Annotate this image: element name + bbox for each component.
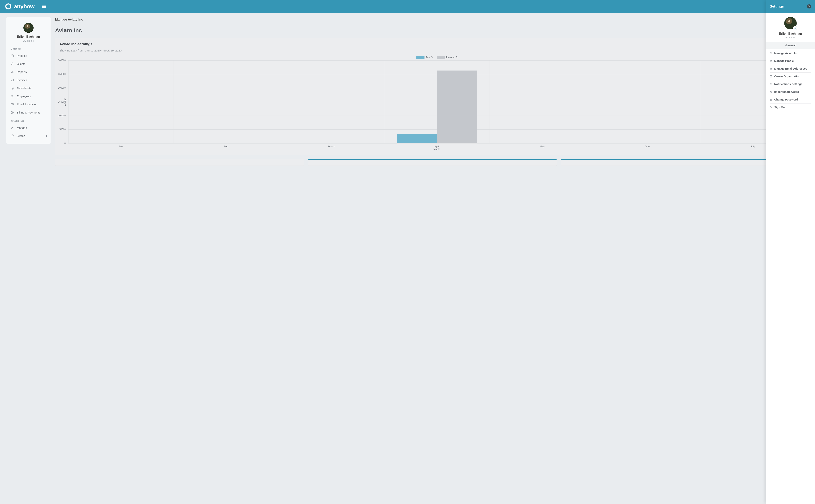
sidebar-item-reports[interactable]: Reports	[6, 68, 51, 76]
edit-avatar-icon[interactable]	[793, 26, 797, 30]
xtick-label: March	[279, 145, 384, 148]
settings-panel: Settings Erlich Bachman Aviato Inc Gener…	[766, 0, 815, 504]
chart-column: Jan.	[68, 60, 173, 143]
dollar-icon	[11, 111, 14, 114]
sidebar-item-label: Reports	[17, 70, 27, 74]
sidebar-item-billing-payments[interactable]: Billing & Payments	[6, 108, 51, 117]
settings-item-label: Notifications Settings	[774, 83, 802, 86]
settings-item-label: Manage Aviato Inc	[774, 52, 798, 55]
lock-icon	[770, 98, 772, 101]
earnings-card: Aviato Inc earnings Showing Data from: J…	[55, 38, 810, 155]
mail-icon	[770, 67, 772, 70]
sidebar-item-invoices[interactable]: Invoices	[6, 76, 51, 84]
settings-item-change-password[interactable]: Change Password	[770, 96, 811, 104]
settings-header: Settings	[766, 0, 815, 13]
sidebar-item-label: Billing & Payments	[17, 111, 40, 114]
sidebar-user-name: Erlich Bachman	[6, 35, 51, 38]
sidebar-item-label: Invoices	[17, 78, 27, 82]
sidebar-user-org: Aviato Inc	[6, 40, 51, 42]
signout-icon	[770, 106, 772, 109]
chart-column: April	[384, 60, 490, 143]
sidebar-item-label: Employees	[17, 95, 31, 98]
settings-item-label: Create Organization	[774, 75, 800, 78]
person-icon	[770, 60, 772, 62]
bottom-panel-1	[55, 159, 304, 166]
settings-item-label: Manage Email Addresses	[774, 67, 807, 70]
chart-column: Feb.	[173, 60, 279, 143]
settings-item-manage-aviato-inc[interactable]: Manage Aviato Inc	[770, 49, 811, 57]
gear-icon	[11, 126, 14, 129]
settings-item-label: Sign Out	[774, 106, 786, 109]
sidebar-item-switch[interactable]: Switch	[6, 132, 51, 140]
briefcase-icon	[11, 54, 14, 57]
chart-column: March	[279, 60, 384, 143]
settings-close-button[interactable]	[807, 4, 811, 8]
ytick-label: 150000	[58, 100, 66, 103]
settings-item-impersonate-users[interactable]: Impersonate Users	[770, 88, 811, 96]
chart-bar-invoiced-	[437, 71, 477, 143]
sidebar-item-projects[interactable]: Projects	[6, 52, 51, 60]
xtick-label: May	[490, 145, 595, 148]
earnings-date-range: Showing Data from: Jan. 1, 2020 - Sept. …	[59, 49, 805, 52]
sidebar-item-label: Switch	[17, 134, 25, 137]
bar-chart-icon	[11, 70, 14, 74]
legend-invoiced[interactable]: Invoiced $	[437, 56, 457, 59]
mail-icon	[11, 103, 14, 106]
sidebar-item-clients[interactable]: Clients	[6, 60, 51, 68]
brand-name: anyhow	[14, 3, 35, 10]
menu-toggle-button[interactable]	[42, 5, 46, 8]
bottom-panels	[55, 159, 810, 166]
sidebar-section-manage: MANAGE	[6, 46, 51, 52]
ytick-label: 100000	[58, 114, 66, 117]
settings-item-label: Change Password	[774, 98, 798, 101]
page-title: Aviato Inc	[55, 27, 82, 34]
legend-paid[interactable]: Paid $	[416, 56, 433, 59]
main-content: Manage Aviato Inc Aviato Inc Edit Organ …	[51, 13, 815, 504]
gear-icon	[770, 83, 772, 85]
settings-title: Settings	[770, 4, 784, 8]
settings-item-create-organization[interactable]: Create Organization	[770, 73, 811, 80]
settings-item-notifications-settings[interactable]: Notifications Settings	[770, 80, 811, 88]
settings-avatar[interactable]	[784, 17, 797, 29]
chart-column: June	[595, 60, 700, 143]
sidebar-item-employees[interactable]: Employees	[6, 92, 51, 100]
earnings-chart: Paid $ Invoiced $ Amount 050000100000150…	[59, 54, 805, 150]
ytick-label: 250000	[58, 73, 66, 75]
avatar[interactable]	[23, 23, 34, 33]
clock-icon	[11, 87, 14, 90]
brand-logo[interactable]: anyhow	[5, 3, 35, 10]
logo-icon	[5, 3, 12, 10]
xtick-label: April	[384, 145, 490, 148]
ytick-label: 200000	[58, 87, 66, 89]
sidebar-item-timesheets[interactable]: Timesheets	[6, 84, 51, 92]
settings-profile: Erlich Bachman Aviato Inc	[766, 13, 815, 42]
ytick-label: 0	[64, 142, 66, 145]
chart-column: May	[490, 60, 595, 143]
bottom-panel-2	[308, 159, 557, 166]
breadcrumb: Manage Aviato Inc	[55, 18, 810, 21]
ytick-label: 50000	[59, 128, 66, 131]
settings-section-general: General	[766, 42, 815, 49]
chart-legend: Paid $ Invoiced $	[68, 56, 805, 59]
settings-user-name: Erlich Bachman	[766, 32, 815, 35]
clock-icon	[11, 134, 14, 137]
sidebar-item-label: Timesheets	[17, 87, 31, 90]
chevron-right-icon	[46, 134, 47, 137]
person-icon	[11, 95, 14, 98]
settings-item-manage-profile[interactable]: Manage Profile	[770, 57, 811, 65]
org-icon	[770, 75, 772, 78]
settings-item-manage-email-addresses[interactable]: Manage Email Addresses	[770, 65, 811, 73]
settings-item-label: Manage Profile	[774, 59, 794, 62]
sidebar-item-email-broadcast[interactable]: Email Broadcast	[6, 100, 51, 108]
sidebar-item-label: Projects	[17, 54, 27, 57]
sidebar-item-manage[interactable]: Manage	[6, 124, 51, 132]
earnings-card-title: Aviato Inc earnings	[59, 42, 805, 46]
ytick-label: 300000	[58, 59, 66, 62]
settings-user-org: Aviato Inc	[766, 36, 815, 39]
chart-bar-paid-	[397, 134, 437, 143]
shield-icon	[11, 62, 14, 65]
sidebar-item-label: Clients	[17, 62, 25, 65]
settings-item-sign-out[interactable]: Sign Out	[770, 104, 811, 111]
xtick-label: June	[595, 145, 700, 148]
gear-icon	[770, 52, 772, 54]
